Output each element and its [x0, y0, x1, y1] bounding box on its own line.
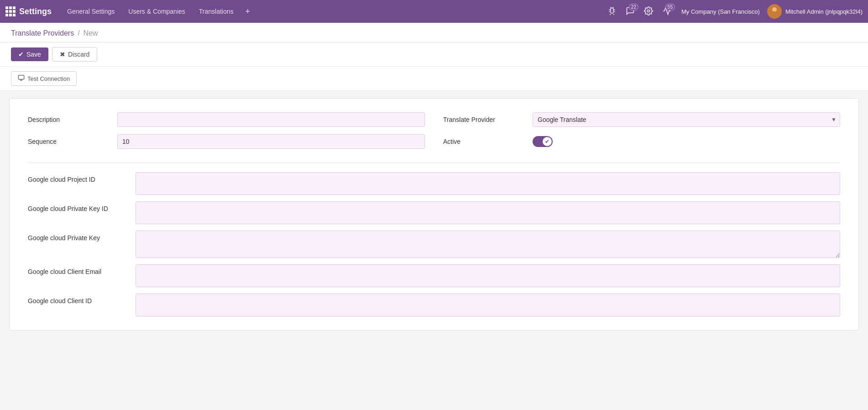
app-logo[interactable]: Settings [5, 6, 52, 16]
topnav-right: 22 55 My Company (San Francisco) Mitchel… [605, 4, 863, 19]
discard-label: Discard [68, 51, 89, 58]
breadcrumb: Translate Providers / New [11, 29, 857, 37]
translate-provider-select[interactable]: Google Translate DeepL AWS Translate [533, 112, 840, 127]
active-label: Active [443, 138, 525, 145]
test-bar: Test Connection [0, 67, 868, 91]
sequence-row: Sequence [28, 134, 425, 149]
activity-button[interactable]: 55 [659, 5, 674, 19]
google-private-key-id-input[interactable] [136, 201, 840, 224]
nav-general-settings[interactable]: General Settings [61, 5, 121, 18]
form-divider [28, 163, 840, 163]
form-full-rows: Google cloud Project ID Google cloud Pri… [28, 172, 840, 316]
toggle-track: ✔ [533, 136, 553, 147]
active-toggle[interactable]: ✔ [533, 136, 553, 147]
google-private-key-label: Google cloud Private Key [28, 231, 128, 258]
add-menu-button[interactable]: + [241, 4, 255, 19]
active-toggle-wrapper: ✔ [533, 136, 553, 147]
company-name[interactable]: My Company (San Francisco) [678, 6, 763, 17]
breadcrumb-bar: Translate Providers / New [0, 23, 868, 42]
svg-point-1 [772, 7, 777, 12]
bug-button[interactable] [605, 5, 619, 19]
description-input[interactable] [117, 112, 425, 127]
test-connection-label: Test Connection [27, 75, 70, 82]
nav-translations[interactable]: Translations [193, 5, 240, 18]
avatar[interactable] [767, 4, 782, 19]
google-client-email-input[interactable] [136, 264, 840, 287]
google-project-id-label: Google cloud Project ID [28, 172, 128, 195]
google-client-id-label: Google cloud Client ID [28, 294, 128, 316]
google-client-email-row: Google cloud Client Email [28, 264, 840, 287]
form-top-grid: Description Translate Provider Google Tr… [28, 112, 840, 149]
google-private-key-input[interactable] [136, 231, 840, 258]
settings-gear-button[interactable] [641, 5, 656, 19]
save-check-icon: ✔ [18, 51, 24, 58]
toggle-check-icon: ✔ [545, 138, 549, 145]
discard-button[interactable]: ✖ Discard [52, 47, 97, 62]
translate-provider-row: Translate Provider Google Translate Deep… [443, 112, 840, 127]
description-label: Description [28, 116, 110, 123]
topnav: Settings General Settings Users & Compan… [0, 0, 868, 23]
username[interactable]: Mitchell Admin (jnlpqpqk32l4) [785, 8, 863, 15]
svg-point-0 [647, 10, 649, 12]
google-project-id-input[interactable] [136, 172, 840, 195]
chat-badge: 22 [629, 4, 638, 11]
sequence-input[interactable] [117, 134, 425, 149]
breadcrumb-parent[interactable]: Translate Providers [11, 29, 74, 37]
form-container: Description Translate Provider Google Tr… [9, 98, 859, 331]
app-title: Settings [19, 7, 52, 16]
monitor-icon [18, 74, 25, 83]
google-private-key-id-row: Google cloud Private Key ID [28, 201, 840, 224]
topnav-menu: General Settings Users & Companies Trans… [61, 4, 603, 19]
breadcrumb-separator: / [78, 29, 79, 37]
google-client-id-input[interactable] [136, 294, 840, 316]
save-button[interactable]: ✔ Save [11, 47, 48, 61]
google-client-id-row: Google cloud Client ID [28, 294, 840, 316]
toggle-thumb: ✔ [543, 137, 552, 146]
breadcrumb-current: New [84, 29, 98, 37]
active-row: Active ✔ [443, 134, 840, 149]
translate-provider-select-wrapper: Google Translate DeepL AWS Translate ▼ [533, 112, 840, 127]
grid-icon [5, 6, 16, 16]
svg-rect-2 [18, 75, 24, 79]
action-bar: ✔ Save ✖ Discard [0, 42, 868, 67]
sequence-label: Sequence [28, 138, 110, 145]
google-project-id-row: Google cloud Project ID [28, 172, 840, 195]
discard-x-icon: ✖ [60, 51, 65, 58]
chat-button[interactable]: 22 [623, 5, 638, 19]
translate-provider-label: Translate Provider [443, 116, 525, 123]
nav-users-companies[interactable]: Users & Companies [122, 5, 192, 18]
description-row: Description [28, 112, 425, 127]
save-label: Save [26, 51, 41, 58]
activity-badge: 55 [665, 4, 675, 11]
google-private-key-row: Google cloud Private Key [28, 231, 840, 258]
test-connection-button[interactable]: Test Connection [11, 71, 77, 86]
google-private-key-id-label: Google cloud Private Key ID [28, 201, 128, 224]
google-client-email-label: Google cloud Client Email [28, 264, 128, 287]
